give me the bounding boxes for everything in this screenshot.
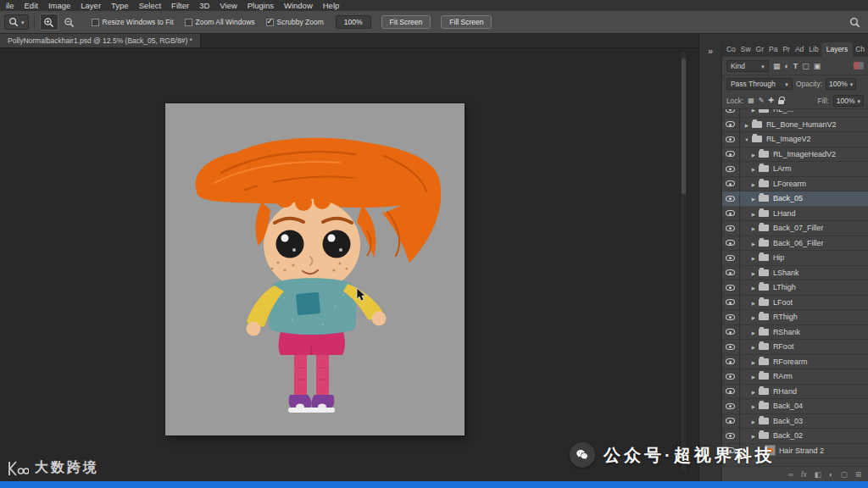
disclosure-arrow-icon[interactable] [749,328,758,336]
layer-row[interactable]: Back_06_Filler [722,236,868,252]
layer-row[interactable]: Back_02 [722,429,868,444]
checkbox-icon[interactable] [185,19,192,26]
disclosure-arrow-icon[interactable] [749,109,758,114]
option-checkbox[interactable]: Scrubby Zoom [266,18,324,26]
expand-panels-icon[interactable] [708,47,713,56]
layer-row[interactable]: Back_04 [722,399,868,414]
add-mask-icon[interactable] [815,470,821,479]
menu-item[interactable]: Layer [75,0,106,11]
visibility-toggle[interactable] [722,191,740,206]
blend-mode-select[interactable]: Pass Through [726,78,793,90]
fill-screen-button[interactable]: Fill Screen [441,15,492,29]
visibility-toggle[interactable] [722,236,740,251]
menu-item[interactable]: ile [1,0,19,11]
visibility-toggle[interactable] [722,109,740,117]
layer-row[interactable]: Hip [722,251,868,266]
zoom-in-button[interactable] [40,14,58,30]
zoom-out-button[interactable] [60,14,79,30]
layer-style-icon[interactable] [801,470,807,479]
visibility-toggle[interactable] [722,221,740,236]
disclosure-arrow-icon[interactable] [749,224,758,232]
visibility-toggle[interactable] [722,310,740,324]
layer-row[interactable]: RL_Bone_HumanV2 [722,118,868,133]
fit-screen-button[interactable]: Fit Screen [381,15,431,29]
lock-all-icon[interactable] [778,100,784,104]
disclosure-arrow-icon[interactable] [749,283,758,291]
layer-row[interactable]: RHand [722,385,868,400]
panel-tab[interactable]: Lib [806,42,821,57]
disclosure-arrow-icon[interactable] [749,342,758,351]
menu-item[interactable]: 3D [194,0,214,11]
layer-row[interactable]: LShank [722,266,868,281]
layer-row[interactable]: LHand [722,207,868,222]
layer-row[interactable]: RThigh [722,310,868,325]
panel-tab[interactable]: Pa [766,42,780,57]
layer-row[interactable]: RL_... [722,109,868,118]
document-canvas[interactable] [165,103,465,435]
disclosure-arrow-icon[interactable] [749,417,758,425]
canvas-area[interactable] [0,48,698,481]
menu-item[interactable]: Plugins [242,0,279,11]
disclosure-arrow-icon[interactable] [749,239,758,247]
layer-row[interactable]: Back_05 [722,191,868,207]
visibility-toggle[interactable] [722,177,740,191]
layer-row[interactable]: RFoot [722,340,868,355]
visibility-toggle[interactable] [722,162,740,176]
filtering-toggle[interactable] [854,62,864,69]
layer-filter-kind-select[interactable]: Kind [726,60,769,72]
search-button[interactable] [849,17,860,28]
visibility-toggle[interactable] [722,280,740,295]
layer-row[interactable]: LArm [722,162,868,177]
disclosure-arrow-icon[interactable] [749,253,758,262]
visibility-toggle[interactable] [722,266,740,280]
adjustment-layer-icon[interactable] [829,470,833,479]
layer-row[interactable]: Back_03 [722,414,868,430]
visibility-toggle[interactable] [722,429,740,443]
filter-smart-objects-icon[interactable] [814,62,821,70]
menu-item[interactable]: Select [134,0,166,11]
disclosure-arrow-icon[interactable] [749,209,758,218]
menu-item[interactable]: Edit [19,0,43,11]
panel-tab[interactable]: Layers [821,42,854,57]
zoom-tool-preset[interactable] [4,14,29,30]
panel-tab[interactable]: Sw [738,42,754,57]
disclosure-arrow-icon[interactable] [749,387,758,396]
layer-row[interactable]: Back_07_Filler [722,221,868,236]
visibility-toggle[interactable] [722,369,740,384]
scrollbar-thumb[interactable] [682,58,686,194]
panel-tab[interactable]: Co [724,42,738,57]
fill-value[interactable]: 100% [833,95,864,107]
vertical-scrollbar[interactable] [680,51,687,473]
layer-row[interactable]: LFoot [722,296,868,311]
panel-tab[interactable]: Ch [853,42,867,57]
visibility-toggle[interactable] [722,132,740,147]
visibility-toggle[interactable] [722,207,740,221]
visibility-toggle[interactable] [722,296,740,310]
menu-item[interactable]: Image [43,0,75,11]
visibility-toggle[interactable] [722,147,740,162]
document-tab[interactable]: PollyNormalbackhair1.psd @ 12.5% (Back_0… [0,34,201,47]
disclosure-arrow-icon[interactable] [743,120,751,129]
layer-row[interactable]: RL_ImageHeadV2 [722,147,868,163]
layer-row[interactable]: LForearm [722,177,868,192]
lock-position-icon[interactable] [768,97,774,104]
visibility-toggle[interactable] [722,385,740,399]
option-checkbox[interactable]: Zoom All Windows [185,18,255,26]
menu-item[interactable]: Type [106,0,134,11]
lock-pixels-icon[interactable] [759,97,765,104]
new-layer-icon[interactable] [855,470,861,479]
layer-row[interactable]: RShank [722,325,868,341]
disclosure-arrow-icon[interactable] [749,358,758,366]
visibility-toggle[interactable] [722,340,740,354]
visibility-toggle[interactable] [722,118,740,132]
layer-row[interactable]: RArm [722,369,868,385]
disclosure-arrow-icon[interactable] [749,269,758,277]
disclosure-arrow-icon[interactable] [749,402,758,410]
menu-item[interactable]: Filter [166,0,194,11]
panel-tab[interactable]: Ad [793,42,806,57]
visibility-toggle[interactable] [722,414,740,429]
checkbox-icon[interactable] [266,19,274,26]
visibility-toggle[interactable] [722,355,740,369]
panel-tab[interactable]: Gr [754,42,766,57]
disclosure-arrow-icon[interactable] [749,372,758,380]
